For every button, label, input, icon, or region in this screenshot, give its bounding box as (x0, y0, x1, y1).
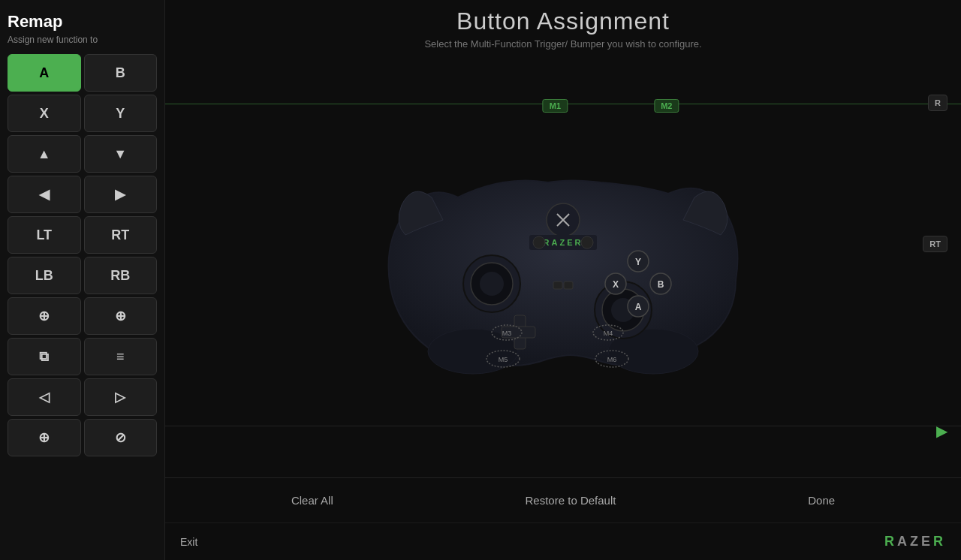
svg-text:M4: M4 (604, 330, 613, 337)
exit-button[interactable]: Exit (180, 536, 197, 548)
svg-point-8 (581, 236, 593, 248)
m1-label[interactable]: M1 (543, 99, 568, 113)
button-dpad-up[interactable]: ▲ (8, 135, 81, 173)
controller-wrapper: RAZER Y (368, 137, 758, 393)
button-B[interactable]: B (84, 54, 158, 92)
block-icon: ⊘ (115, 429, 126, 446)
button-right-nav[interactable]: ▷ (84, 378, 158, 416)
button-right-stick[interactable]: ⊕ (84, 297, 158, 335)
right-nav-icon: ▷ (115, 389, 125, 405)
left-stick-icon: ⊕ (38, 308, 50, 324)
button-RT[interactable]: RT (84, 216, 158, 254)
RT-label: RT (111, 227, 129, 243)
sidebar-title: Remap (8, 12, 157, 32)
sidebar-subtitle: Assign new function to (8, 35, 157, 45)
LB-label: LB (35, 268, 53, 284)
button-block[interactable]: ⊘ (84, 419, 158, 456)
button-crosshair[interactable]: ⊕ (8, 419, 81, 456)
svg-text:M6: M6 (607, 356, 617, 363)
button-X[interactable]: X (8, 95, 81, 132)
done-button[interactable]: Done (785, 488, 857, 513)
dpad-down-icon: ▼ (113, 146, 127, 162)
LT-label: LT (36, 227, 52, 243)
svg-text:M5: M5 (499, 356, 508, 363)
left-aim-icon: ◁ (39, 389, 50, 405)
dpad-right-icon: ▶ (115, 186, 125, 203)
svg-point-7 (533, 236, 545, 248)
bottom-bar: Clear All Restore to Default Done (165, 477, 961, 522)
sidebar: Remap Assign new function to A B X Y ▲ ▼… (0, 0, 165, 560)
svg-text:M3: M3 (502, 330, 512, 337)
m2-label[interactable]: M2 (654, 99, 679, 113)
menu-icon: ≡ (116, 349, 125, 365)
button-dpad-left[interactable]: ◀ (8, 176, 81, 213)
button-RB[interactable]: RB (84, 257, 158, 294)
svg-text:A: A (635, 302, 642, 312)
svg-rect-25 (553, 282, 562, 289)
svg-text:RAZER: RAZER (544, 238, 583, 247)
restore-default-button[interactable]: Restore to Default (503, 488, 639, 513)
button-Y[interactable]: Y (84, 95, 158, 132)
button-dpad-down[interactable]: ▼ (84, 135, 158, 173)
button-left-stick[interactable]: ⊕ (8, 297, 81, 335)
razer-logo: RAZER (884, 534, 946, 549)
clear-all-button[interactable]: Clear All (269, 488, 356, 513)
button-dpad-right[interactable]: ▶ (84, 176, 158, 213)
arrow-right-icon: ▶ (936, 422, 947, 440)
button-Y-label: Y (116, 106, 125, 122)
svg-rect-26 (564, 282, 573, 289)
main-header: Button Assignment Select the Multi-Funct… (165, 0, 961, 53)
button-left-aim[interactable]: ◁ (8, 378, 81, 416)
line-bottom (165, 426, 961, 426)
view-icon: ⧉ (39, 349, 49, 365)
button-LT[interactable]: LT (8, 216, 81, 254)
button-X-label: X (40, 106, 49, 122)
controller-area: M1 M2 R RT ▶ (165, 53, 961, 477)
button-view[interactable]: ⧉ (8, 338, 81, 375)
button-LB[interactable]: LB (8, 257, 81, 294)
dpad-left-icon: ◀ (39, 186, 50, 203)
button-grid: A B X Y ▲ ▼ ◀ ▶ LT RT (8, 54, 157, 456)
controller-svg: RAZER Y (368, 137, 758, 393)
main-title: Button Assignment (165, 8, 961, 35)
button-B-label: B (116, 65, 125, 81)
button-A[interactable]: A (8, 54, 81, 92)
crosshair-icon: ⊕ (38, 429, 50, 446)
button-A-label: A (39, 65, 49, 81)
svg-text:Y: Y (635, 257, 641, 267)
rt-label-mid[interactable]: RT (923, 236, 947, 252)
button-menu[interactable]: ≡ (84, 338, 158, 375)
svg-text:B: B (658, 279, 664, 290)
svg-point-11 (480, 272, 504, 296)
main-content: Button Assignment Select the Multi-Funct… (165, 0, 961, 560)
svg-text:X: X (613, 279, 619, 290)
exit-bar: Exit RAZER (165, 522, 961, 560)
right-stick-icon: ⊕ (115, 308, 126, 324)
main-subtitle: Select the Multi-Function Trigger/ Bumpe… (165, 38, 961, 50)
dpad-up-icon: ▲ (38, 146, 51, 162)
RB-label: RB (110, 268, 130, 284)
r-label-top[interactable]: R (928, 95, 947, 111)
